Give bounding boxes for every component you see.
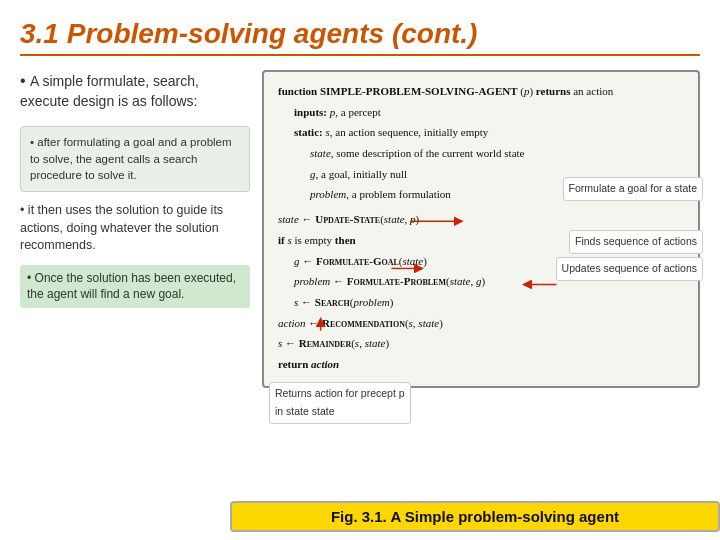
annotation-finds-sequence: Finds sequence of actions xyxy=(569,230,703,254)
pc-line13: s ← Remainder(s, state) xyxy=(278,334,684,353)
pc-line14: return action xyxy=(278,355,684,374)
main-content: A simple formulate, search, execute desi… xyxy=(20,70,700,520)
annotation-updates-sequence: Updates sequence of actions xyxy=(556,257,703,281)
pc-line2: inputs: p, a percept xyxy=(278,103,684,122)
left-panel: A simple formulate, search, execute desi… xyxy=(20,70,250,520)
pc-line4: state, some description of the current w… xyxy=(278,144,684,163)
bullet-1: A simple formulate, search, execute desi… xyxy=(20,70,250,112)
pseudocode-box: function SIMPLE-PROBLEM-SOLVING-AGENT (p… xyxy=(262,70,700,388)
pc-line12: action ← Recommendation(s, state) xyxy=(278,314,684,333)
right-panel: function SIMPLE-PROBLEM-SOLVING-AGENT (p… xyxy=(262,70,700,520)
annotation-formulate-goal: Formulate a goal for a state xyxy=(563,177,703,201)
pc-line11: s ← Search(problem) xyxy=(278,293,684,312)
pc-line3: static: s, an action sequence, initially… xyxy=(278,123,684,142)
bullet-4: Once the solution has been executed, the… xyxy=(20,265,250,309)
bullet-2: after formulating a goal and a problem t… xyxy=(20,126,250,192)
pc-line7: state ← Update-State(state, p) xyxy=(278,210,684,229)
bullet-3: it then uses the solution to guide its a… xyxy=(20,202,250,255)
annotation-returns-action: Returns action for precept p in state st… xyxy=(269,382,411,424)
slide-title: 3.1 Problem-solving agents (cont.) xyxy=(20,18,700,56)
fig-caption: Fig. 3.1. A Simple problem-solving agent xyxy=(230,501,720,532)
slide: 3.1 Problem-solving agents (cont.) A sim… xyxy=(0,0,720,540)
pc-line1: function SIMPLE-PROBLEM-SOLVING-AGENT (p… xyxy=(278,82,684,101)
